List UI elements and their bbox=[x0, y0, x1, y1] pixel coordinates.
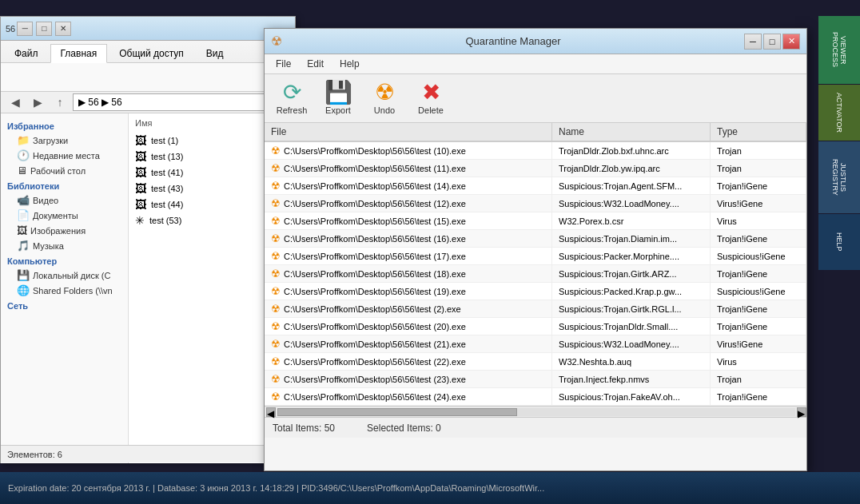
hscroll-track[interactable] bbox=[277, 408, 795, 416]
qm-minimize-button[interactable]: ─ bbox=[744, 34, 762, 50]
table-row[interactable]: ☢ C:\Users\Proffkom\Desktop\56\56\test (… bbox=[265, 283, 806, 300]
qm-maximize-button[interactable]: □ bbox=[763, 34, 781, 50]
cell-type: Virus!iGene bbox=[711, 195, 806, 212]
cell-type: Trojan bbox=[711, 371, 806, 387]
qm-close-button[interactable]: ✕ bbox=[782, 34, 800, 50]
sidebar-item-music[interactable]: 🎵 Музыка bbox=[4, 238, 125, 253]
tab-home[interactable]: Главная bbox=[50, 44, 108, 63]
table-row[interactable]: ☢ C:\Users\Proffkom\Desktop\56\56\test (… bbox=[265, 160, 806, 177]
cell-file: ☢ C:\Users\Proffkom\Desktop\56\56\test (… bbox=[265, 142, 552, 159]
recent-icon: 🕐 bbox=[17, 149, 30, 161]
hscroll-right-arrow[interactable]: ▶ bbox=[797, 407, 806, 417]
cell-file: ☢ C:\Users\Proffkom\Desktop\56\56\test (… bbox=[265, 230, 552, 247]
taskbar-text: Expiration date: 20 сентября 2013 г. | D… bbox=[8, 483, 852, 493]
explorer-body: Избранное 📁 Загрузки 🕐 Недавние места 🖥 … bbox=[1, 113, 295, 463]
right-btn-registry[interactable]: REGISTRY JUSTLIS bbox=[818, 141, 860, 213]
refresh-icon: ⟳ bbox=[283, 81, 301, 104]
bio-hazard-icon: ☢ bbox=[271, 232, 281, 244]
explorer-tabs: Файл Главная Общий доступ Вид bbox=[1, 41, 295, 62]
forward-button[interactable]: ▶ bbox=[28, 93, 47, 111]
sidebar-item-video[interactable]: 📹 Видео bbox=[4, 192, 125, 208]
file-icon-3: 🖼 bbox=[135, 182, 146, 195]
delete-label: Delete bbox=[418, 105, 444, 115]
table-row[interactable]: ☢ C:\Users\Proffkom\Desktop\56\56\test (… bbox=[265, 335, 806, 353]
cell-name: Trojan.Inject.fekp.nmvs bbox=[552, 371, 711, 387]
cell-file: ☢ C:\Users\Proffkom\Desktop\56\56\test (… bbox=[265, 160, 552, 177]
col-type[interactable]: Type bbox=[711, 123, 806, 141]
explorer-window: 56 ─ □ ✕ Файл Главная Общий доступ Вид ◀… bbox=[0, 16, 296, 463]
sidebar-item-downloads[interactable]: 📁 Загрузки bbox=[4, 133, 125, 148]
table-row[interactable]: ☢ C:\Users\Proffkom\Desktop\56\56\test (… bbox=[265, 353, 806, 371]
table-row[interactable]: ☢ C:\Users\Proffkom\Desktop\56\56\test (… bbox=[265, 142, 806, 160]
right-btn-activator[interactable]: ACTIVATOR bbox=[818, 85, 860, 141]
up-button[interactable]: ↑ bbox=[50, 93, 70, 111]
bio-hazard-icon: ☢ bbox=[271, 391, 281, 403]
bio-hazard-icon: ☢ bbox=[271, 197, 281, 209]
sidebar-item-localdisk[interactable]: 💾 Локальный диск (C bbox=[4, 268, 125, 283]
qm-status-bar: Total Items: 50 Selected Items: 0 bbox=[265, 417, 806, 438]
back-button[interactable]: ◀ bbox=[6, 93, 25, 111]
sidebar-item-docs[interactable]: 📄 Документы bbox=[4, 208, 125, 223]
right-btn-help[interactable]: HELP bbox=[818, 214, 860, 270]
menu-help[interactable]: Help bbox=[332, 56, 368, 72]
bio-hazard-icon: ☢ bbox=[271, 162, 281, 174]
sidebar-item-shared[interactable]: 🌐 Shared Folders (\\vn bbox=[4, 283, 125, 298]
maximize-button[interactable]: □ bbox=[36, 22, 52, 36]
cell-file: ☢ C:\Users\Proffkom\Desktop\56\56\test (… bbox=[265, 265, 552, 282]
sidebar-item-desktop[interactable]: 🖥 Рабочий стол bbox=[4, 163, 125, 178]
tab-view[interactable]: Вид bbox=[196, 44, 234, 62]
cell-type: Virus bbox=[711, 353, 806, 370]
cell-file: ☢ C:\Users\Proffkom\Desktop\56\56\test (… bbox=[265, 177, 552, 194]
sidebar-item-images[interactable]: 🖼 Изображения bbox=[4, 223, 125, 238]
table-row[interactable]: ☢ C:\Users\Proffkom\Desktop\56\56\test (… bbox=[265, 388, 806, 406]
hscroll-left-arrow[interactable]: ◀ bbox=[266, 407, 276, 417]
close-button[interactable]: ✕ bbox=[55, 22, 71, 36]
refresh-label: Refresh bbox=[277, 105, 308, 115]
table-row[interactable]: ☢ C:\Users\Proffkom\Desktop\56\56\test (… bbox=[265, 177, 806, 195]
table-row[interactable]: ☢ C:\Users\Proffkom\Desktop\56\56\test (… bbox=[265, 195, 806, 212]
delete-button[interactable]: ✖ Delete bbox=[408, 77, 453, 119]
bio-hazard-icon: ☢ bbox=[271, 268, 281, 280]
network-disk-icon: 🌐 bbox=[17, 284, 30, 296]
cell-file: ☢ C:\Users\Proffkom\Desktop\56\56\test (… bbox=[265, 353, 552, 370]
undo-icon: ☢ bbox=[375, 81, 395, 104]
minimize-button[interactable]: ─ bbox=[17, 22, 33, 36]
table-row[interactable]: ☢ C:\Users\Proffkom\Desktop\56\56\test (… bbox=[265, 248, 806, 265]
sidebar-item-recent[interactable]: 🕐 Недавние места bbox=[4, 148, 125, 163]
cell-name: Suspicious:Trojan.FakeAV.oh... bbox=[552, 388, 711, 405]
export-button[interactable]: 💾 Export bbox=[316, 77, 360, 119]
cell-type: Suspicious!iGene bbox=[711, 283, 806, 300]
table-row[interactable]: ☢ C:\Users\Proffkom\Desktop\56\56\test (… bbox=[265, 318, 806, 335]
refresh-button[interactable]: ⟳ Refresh bbox=[269, 77, 314, 119]
tab-share[interactable]: Общий доступ bbox=[109, 44, 194, 62]
table-row[interactable]: ☢ C:\Users\Proffkom\Desktop\56\56\test (… bbox=[265, 230, 806, 248]
col-name[interactable]: Name bbox=[552, 123, 711, 141]
nav-bar: ◀ ▶ ↑ ▶ 56 ▶ 56 bbox=[1, 92, 295, 113]
cell-name: TrojanDldr.Zlob.yw.ipq.arc bbox=[552, 160, 711, 177]
disk-icon: 💾 bbox=[17, 269, 30, 281]
hscroll-thumb[interactable] bbox=[277, 408, 517, 416]
menu-file[interactable]: File bbox=[268, 56, 299, 72]
cell-type: Virus!iGene bbox=[711, 335, 806, 352]
cell-name: Suspicious:TrojanDldr.Small.... bbox=[552, 318, 711, 335]
qm-horizontal-scrollbar[interactable]: ◀ ▶ bbox=[265, 406, 806, 417]
explorer-titlebar: 56 ─ □ ✕ bbox=[1, 17, 295, 41]
bio-hazard-icon: ☢ bbox=[271, 180, 281, 192]
right-btn-process[interactable]: PROCESS VIEWER bbox=[818, 16, 860, 84]
undo-button[interactable]: ☢ Undo bbox=[362, 77, 407, 119]
cell-file: ☢ C:\Users\Proffkom\Desktop\56\56\test (… bbox=[265, 212, 552, 229]
computer-title: Компьютер bbox=[4, 253, 125, 268]
col-file[interactable]: File bbox=[265, 123, 552, 141]
table-row[interactable]: ☢ C:\Users\Proffkom\Desktop\56\56\test (… bbox=[265, 212, 806, 230]
qm-table-body: ☢ C:\Users\Proffkom\Desktop\56\56\test (… bbox=[265, 142, 806, 406]
tab-file[interactable]: Файл bbox=[4, 44, 49, 62]
table-row[interactable]: ☢ C:\Users\Proffkom\Desktop\56\56\test (… bbox=[265, 300, 806, 318]
qm-menubar: File Edit Help bbox=[265, 54, 806, 74]
address-bar[interactable]: ▶ 56 ▶ 56 bbox=[73, 93, 290, 111]
menu-edit[interactable]: Edit bbox=[299, 56, 332, 72]
table-row[interactable]: ☢ C:\Users\Proffkom\Desktop\56\56\test (… bbox=[265, 265, 806, 283]
table-row[interactable]: ☢ C:\Users\Proffkom\Desktop\56\56\test (… bbox=[265, 371, 806, 388]
cell-file: ☢ C:\Users\Proffkom\Desktop\56\56\test (… bbox=[265, 318, 552, 335]
explorer-title: 56 bbox=[6, 24, 15, 34]
file-icon-1: 🖼 bbox=[135, 150, 146, 163]
